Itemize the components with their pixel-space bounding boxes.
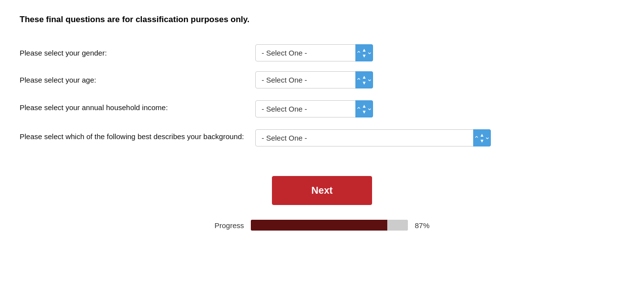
age-select-wrapper: - Select One - Under 18 18-24 25-34 35-4… bbox=[255, 71, 373, 88]
classification-form: Please select your gender: - Select One … bbox=[20, 39, 624, 151]
background-row: Please select which of the following bes… bbox=[20, 122, 624, 151]
next-button[interactable]: Next bbox=[272, 176, 372, 205]
page-title: These final questions are for classifica… bbox=[20, 15, 624, 25]
gender-select-wrapper: - Select One - Male Female Other Prefer … bbox=[255, 44, 373, 61]
income-row: Please select your annual household inco… bbox=[20, 93, 624, 122]
progress-area: Progress 87% bbox=[20, 220, 624, 231]
income-select[interactable]: - Select One - Under $25,000 $25,000-$49… bbox=[255, 100, 373, 117]
button-area: Next bbox=[20, 176, 624, 205]
age-select[interactable]: - Select One - Under 18 18-24 25-34 35-4… bbox=[255, 71, 373, 88]
gender-select[interactable]: - Select One - Male Female Other Prefer … bbox=[255, 44, 373, 61]
progress-bar-fill bbox=[251, 220, 387, 231]
progress-bar-track bbox=[251, 220, 408, 231]
income-select-wrapper: - Select One - Under $25,000 $25,000-$49… bbox=[255, 100, 373, 117]
gender-label: Please select your gender: bbox=[20, 48, 255, 58]
income-label: Please select your annual household inco… bbox=[20, 100, 255, 113]
background-select[interactable]: - Select One - White/Caucasian Black/Afr… bbox=[255, 129, 491, 146]
background-select-wrapper: - Select One - White/Caucasian Black/Afr… bbox=[255, 129, 491, 146]
background-label: Please select which of the following bes… bbox=[20, 129, 255, 142]
progress-percent: 87% bbox=[415, 221, 429, 230]
gender-row: Please select your gender: - Select One … bbox=[20, 39, 624, 66]
age-row: Please select your age: - Select One - U… bbox=[20, 66, 624, 93]
age-label: Please select your age: bbox=[20, 75, 255, 85]
progress-label: Progress bbox=[215, 221, 244, 230]
